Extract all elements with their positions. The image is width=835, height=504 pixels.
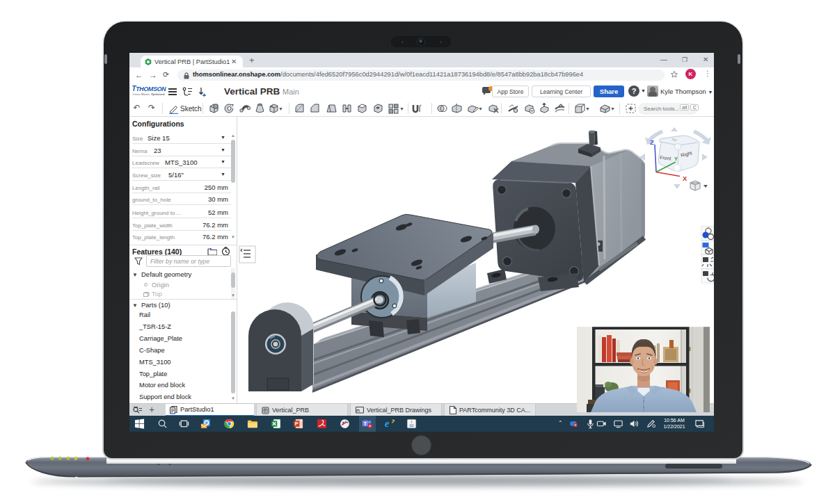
svg-text:e: e (385, 418, 389, 429)
svg-text:P: P (295, 421, 299, 427)
svg-text:X: X (683, 174, 687, 182)
svg-text:Front: Front (660, 155, 671, 161)
svg-text:Z: Z (650, 138, 654, 146)
svg-text:Top: Top (671, 138, 677, 142)
svg-text:Y: Y (674, 156, 678, 162)
svg-text:T: T (364, 421, 367, 426)
